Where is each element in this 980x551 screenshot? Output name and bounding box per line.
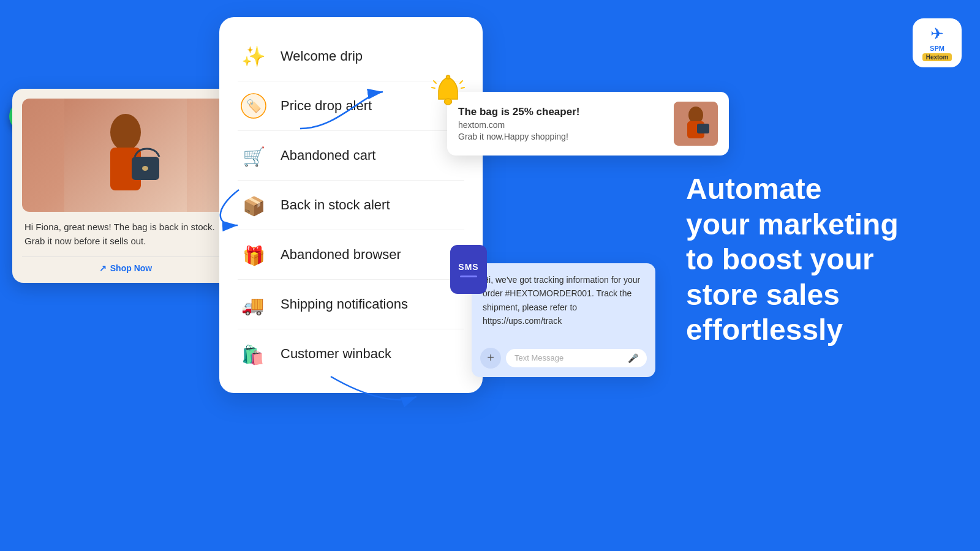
abandoned-cart-label: Abandoned cart (281, 148, 375, 163)
price-drop-url: hextom.com (458, 120, 665, 130)
feature-item-back-in-stock[interactable]: 📦 Back in stock alert (238, 181, 464, 230)
external-link-icon: ↗ (99, 263, 107, 273)
svg-text:🚚: 🚚 (241, 294, 265, 317)
shipping-label: Shipping notifications (281, 296, 408, 312)
back-in-stock-icon: 📦 (238, 189, 270, 221)
sms-input-row: + Text Message 🎤 (480, 348, 647, 369)
whatsapp-card: Hi Fiona, great news! The bag is back in… (12, 89, 239, 283)
svg-point-13 (445, 99, 452, 105)
customer-winback-icon: 🛍️ (238, 338, 270, 370)
price-drop-product-image (674, 102, 718, 146)
feature-item-shipping[interactable]: 🚚 Shipping notifications (238, 280, 464, 329)
shop-now-button[interactable]: ↗ Shop Now (22, 263, 229, 273)
shop-btn-label: Shop Now (110, 263, 152, 273)
price-drop-title: The bag is 25% cheaper! (458, 106, 665, 118)
svg-point-20 (688, 107, 703, 124)
price-drop-content: The bag is 25% cheaper! hextom.com Grab … (458, 106, 665, 141)
send-icon: ✈ (930, 24, 944, 43)
sms-message-text: Hi, we've got tracking information for y… (483, 273, 644, 328)
whatsapp-message: Hi Fiona, great news! The bag is back in… (22, 220, 229, 248)
headline-text: Automate your marketing to boost your st… (686, 171, 943, 348)
logo-brand: Hextom (922, 53, 952, 61)
spm-logo: ✈ SPM Hextom (913, 18, 962, 67)
svg-point-2 (110, 114, 141, 151)
svg-text:🛍️: 🛍️ (241, 344, 265, 366)
feature-item-welcome-drip[interactable]: ✨ Welcome drip (238, 32, 464, 81)
sms-placeholder: Text Message (514, 353, 564, 362)
headline-section: Automate your marketing to boost your st… (686, 171, 943, 348)
svg-text:📦: 📦 (243, 195, 266, 217)
headline-line2: your marketing (686, 208, 899, 241)
abandoned-cart-icon: 🛒 (238, 140, 270, 171)
price-drop-label: Price drop alert (281, 98, 372, 114)
feature-item-abandoned-browser[interactable]: 🎁 Abandoned browser (238, 230, 464, 280)
price-drop-message: Grab it now.Happy shopping! (458, 132, 665, 141)
microphone-icon: 🎤 (628, 353, 638, 363)
svg-point-14 (447, 75, 450, 79)
shipping-icon: 🚚 (238, 288, 270, 320)
svg-line-15 (434, 81, 436, 83)
abandoned-browser-icon: 🎁 (238, 239, 270, 271)
svg-text:🎁: 🎁 (243, 245, 266, 267)
logo-name: SPM (930, 45, 944, 52)
svg-point-5 (142, 166, 148, 171)
sms-phone: SMS (450, 245, 487, 294)
price-drop-notification: The bag is 25% cheaper! hextom.com Grab … (447, 92, 729, 156)
sms-text-input[interactable]: Text Message 🎤 (506, 349, 647, 367)
headline-line1: Automate (686, 173, 821, 205)
back-in-stock-label: Back in stock alert (281, 197, 390, 213)
price-drop-icon: 🏷️ (238, 90, 270, 122)
sms-message-card: Hi, we've got tracking information for y… (472, 263, 655, 377)
svg-line-18 (461, 88, 464, 88)
svg-text:🏷️: 🏷️ (246, 99, 262, 113)
svg-text:🛒: 🛒 (243, 146, 266, 168)
welcome-drip-icon: ✨ (238, 40, 270, 72)
abandoned-browser-label: Abandoned browser (281, 247, 401, 263)
sms-add-button[interactable]: + (480, 348, 501, 369)
welcome-drip-label: Welcome drip (281, 48, 363, 64)
headline-line4: store sales (686, 279, 840, 311)
product-image (22, 99, 229, 212)
customer-winback-label: Customer winback (281, 346, 391, 362)
headline-line5: effortlessly (686, 313, 843, 346)
notification-bell (431, 72, 465, 111)
svg-rect-22 (697, 124, 709, 133)
headline-line3: to boost your (686, 243, 874, 276)
feature-item-customer-winback[interactable]: 🛍️ Customer winback (238, 329, 464, 378)
svg-line-16 (432, 88, 435, 88)
feature-item-price-drop[interactable]: 🏷️ Price drop alert (238, 81, 464, 131)
svg-line-17 (460, 81, 462, 83)
feature-item-abandoned-cart[interactable]: 🛒 Abandoned cart (238, 131, 464, 181)
